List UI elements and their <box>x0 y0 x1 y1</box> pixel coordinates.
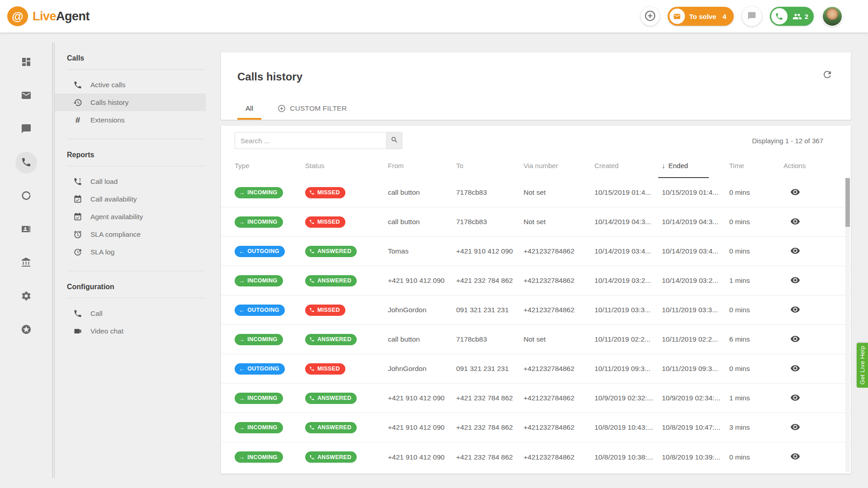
view-call-button[interactable] <box>789 362 802 375</box>
created-cell: 10/9/2019 02:32:... <box>594 394 662 402</box>
sidebar-item-agent-availability[interactable]: Agent availability <box>55 208 206 225</box>
sidebar-item-sla-compliance[interactable]: SLA compliance <box>55 225 206 243</box>
view-call-button[interactable] <box>789 421 802 434</box>
view-call-button[interactable] <box>789 333 802 346</box>
search-button[interactable] <box>386 132 402 149</box>
column-header-type[interactable]: Type <box>235 153 305 178</box>
sidebar-item-label: Agent availability <box>90 213 143 221</box>
created-cell: 10/8/2019 10:43:... <box>594 423 662 432</box>
column-label: Created <box>594 162 618 169</box>
column-header-actions[interactable]: Actions <box>783 153 851 178</box>
chat-bubble-icon <box>747 11 756 22</box>
view-call-button[interactable] <box>789 216 802 228</box>
sidebar-item-extensions[interactable]: #Extensions <box>55 111 206 129</box>
search-box <box>235 132 402 149</box>
rail-item-contacts[interactable] <box>15 219 37 240</box>
column-header-status[interactable]: Status <box>305 153 388 178</box>
column-header-to[interactable]: To <box>456 153 524 178</box>
chats-button[interactable] <box>742 6 762 26</box>
ended-cell: 10/14/2019 03:2... <box>662 277 729 285</box>
star-icon <box>21 324 32 336</box>
app-screen: @ LiveAgent To solve 4 2 <box>0 0 868 488</box>
phone-icon <box>309 425 315 430</box>
rail-item-bank[interactable] <box>15 252 37 274</box>
refresh-button[interactable] <box>821 69 834 81</box>
eye-icon <box>790 422 800 433</box>
tab-custom-filter[interactable]: CUSTOM FILTER <box>278 99 347 120</box>
to-solve-button[interactable]: To solve 4 <box>668 7 734 26</box>
sidebar-item-video-chat[interactable]: Video chat <box>55 322 206 340</box>
from-cell: +421 910 412 090 <box>388 277 456 285</box>
phone-icon <box>309 278 315 283</box>
column-header-time[interactable]: Time <box>729 153 783 178</box>
column-header-via-number[interactable]: Via number <box>524 153 594 178</box>
rail-item-phone[interactable] <box>15 152 37 174</box>
rail-item-star[interactable] <box>15 319 37 341</box>
status-badge: ANSWERED <box>305 422 357 433</box>
phone-status-button[interactable]: 2 <box>770 7 814 26</box>
rail-divider-line <box>52 42 53 478</box>
column-label: Time <box>729 162 744 169</box>
loop-icon <box>21 190 32 202</box>
type-badge: →INCOMING <box>235 216 283 228</box>
tab-all[interactable]: All <box>237 99 261 120</box>
rail-item-settings[interactable] <box>15 286 37 307</box>
mail-icon <box>21 90 32 102</box>
status-badge: MISSED <box>305 216 345 228</box>
view-call-button[interactable] <box>789 392 802 404</box>
time-cell: 6 mins <box>729 335 783 343</box>
calls-history-header-card: Calls history AllCUSTOM FILTER <box>221 52 851 120</box>
column-label: Via number <box>524 162 558 169</box>
rail-item-loop[interactable] <box>15 185 37 207</box>
rail-item-dashboard[interactable] <box>15 52 37 73</box>
view-call-button[interactable] <box>789 304 802 316</box>
search-input[interactable] <box>235 132 386 149</box>
rail-item-chat[interactable] <box>15 118 37 140</box>
ended-cell: 10/9/2019 02:34:... <box>662 394 729 402</box>
search-icon <box>391 136 398 145</box>
via-number-cell: +421232784862 <box>524 394 594 402</box>
phone-icon <box>309 337 315 342</box>
via-number-cell: +421232784862 <box>524 423 594 432</box>
column-label: Ended <box>669 162 688 169</box>
sidebar-item-calls-history[interactable]: Calls history <box>55 94 206 111</box>
view-call-button[interactable] <box>789 186 802 199</box>
phone-icon <box>771 8 788 24</box>
ended-cell: 10/8/2019 10:39:... <box>662 453 729 461</box>
update-icon <box>73 248 83 257</box>
column-header-ended[interactable]: ↓Ended <box>662 153 729 178</box>
liveagent-logo[interactable]: @ LiveAgent <box>7 6 90 26</box>
from-cell: +421 910 412 090 <box>388 453 456 461</box>
to-cell: 7178cb83 <box>456 188 524 197</box>
sidebar-item-active-calls[interactable]: Active calls <box>55 76 206 94</box>
dashboard-icon <box>21 56 32 69</box>
view-call-button[interactable] <box>789 451 802 464</box>
column-header-from[interactable]: From <box>388 153 456 178</box>
filter-tabs: AllCUSTOM FILTER <box>237 99 347 120</box>
time-cell: 1 mins <box>729 394 783 402</box>
table-row: →INCOMINGANSWERED+421 910 412 090+421 23… <box>221 384 851 413</box>
user-avatar[interactable] <box>822 6 843 27</box>
table-scrollbar-thumb[interactable] <box>845 178 850 227</box>
add-new-button[interactable] <box>641 7 660 26</box>
sidebar-item-call-availability[interactable]: Call availability <box>55 190 206 208</box>
nav-section-title: Calls <box>55 54 206 62</box>
divider <box>67 166 205 166</box>
eye-icon <box>790 451 800 463</box>
status-badge: MISSED <box>305 187 345 198</box>
sidebar-item-call-load[interactable]: Call load <box>55 173 206 190</box>
rail-item-mail[interactable] <box>15 85 37 107</box>
sidebar-item-sla-log[interactable]: SLA log <box>55 243 206 261</box>
sidebar-item-call[interactable]: Call <box>55 305 206 322</box>
hash-icon: # <box>73 115 83 125</box>
from-cell: Tomas <box>388 247 456 255</box>
time-cell: 3 mins <box>729 423 783 432</box>
view-call-button[interactable] <box>789 274 802 287</box>
get-live-help-tab[interactable]: Get Live Help <box>857 343 868 388</box>
table-row: →INCOMINGANSWERED+421 910 412 090+421 23… <box>221 442 851 472</box>
view-call-button[interactable] <box>789 245 802 258</box>
sidebar-item-label: Extensions <box>90 116 125 124</box>
column-header-created[interactable]: Created <box>594 153 662 178</box>
created-cell: 10/14/2019 03:4... <box>594 247 662 255</box>
tab-label: CUSTOM FILTER <box>290 104 347 113</box>
